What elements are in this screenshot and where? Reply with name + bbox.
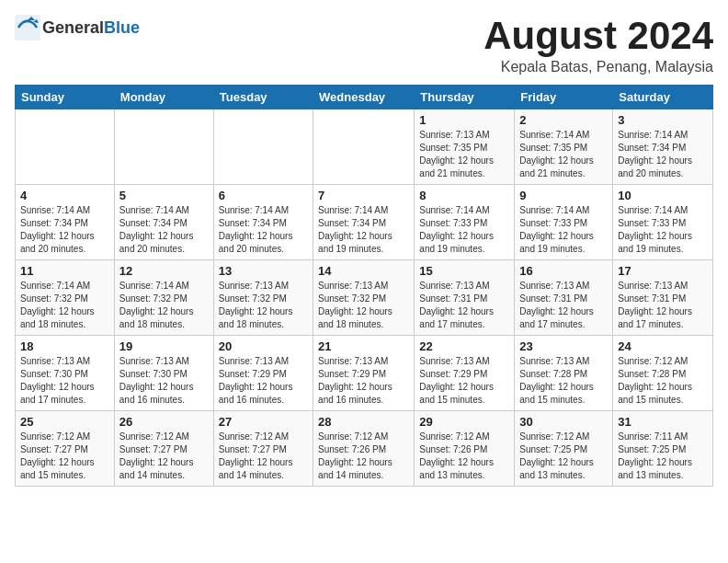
day-number: 25 <box>20 415 109 429</box>
day-number: 10 <box>618 189 708 202</box>
day-number: 3 <box>618 113 708 127</box>
day-cell: 17Sunrise: 7:13 AM Sunset: 7:31 PM Dayli… <box>613 260 713 336</box>
day-number: 22 <box>419 339 509 353</box>
day-info: Sunrise: 7:13 AM Sunset: 7:31 PM Dayligh… <box>419 280 509 331</box>
day-number: 13 <box>219 264 308 278</box>
day-cell: 3Sunrise: 7:14 AM Sunset: 7:34 PM Daylig… <box>613 109 713 185</box>
day-cell <box>213 109 313 185</box>
day-number: 14 <box>318 264 409 278</box>
day-cell: 16Sunrise: 7:13 AM Sunset: 7:31 PM Dayli… <box>515 260 613 336</box>
day-info: Sunrise: 7:14 AM Sunset: 7:34 PM Dayligh… <box>119 204 209 256</box>
week-row-1: 1Sunrise: 7:13 AM Sunset: 7:35 PM Daylig… <box>16 109 713 185</box>
day-cell: 24Sunrise: 7:12 AM Sunset: 7:28 PM Dayli… <box>613 336 713 411</box>
day-number: 24 <box>618 339 708 353</box>
day-info: Sunrise: 7:12 AM Sunset: 7:25 PM Dayligh… <box>519 431 608 482</box>
day-info: Sunrise: 7:12 AM Sunset: 7:26 PM Dayligh… <box>318 431 409 482</box>
day-info: Sunrise: 7:14 AM Sunset: 7:34 PM Dayligh… <box>219 204 308 256</box>
location-title: Kepala Batas, Penang, Malaysia <box>483 59 713 75</box>
day-number: 7 <box>318 189 409 202</box>
day-info: Sunrise: 7:13 AM Sunset: 7:32 PM Dayligh… <box>219 280 308 331</box>
day-cell: 6Sunrise: 7:14 AM Sunset: 7:34 PM Daylig… <box>213 185 313 260</box>
day-info: Sunrise: 7:14 AM Sunset: 7:33 PM Dayligh… <box>419 204 509 256</box>
day-info: Sunrise: 7:12 AM Sunset: 7:27 PM Dayligh… <box>219 431 308 482</box>
day-info: Sunrise: 7:14 AM Sunset: 7:33 PM Dayligh… <box>618 204 708 256</box>
day-cell <box>313 109 415 185</box>
day-cell: 5Sunrise: 7:14 AM Sunset: 7:34 PM Daylig… <box>114 185 213 260</box>
header-cell-saturday: Saturday <box>613 86 713 109</box>
day-info: Sunrise: 7:13 AM Sunset: 7:35 PM Dayligh… <box>419 129 509 180</box>
day-info: Sunrise: 7:13 AM Sunset: 7:29 PM Dayligh… <box>219 355 308 407</box>
day-number: 30 <box>519 415 608 429</box>
day-number: 2 <box>519 113 608 127</box>
day-info: Sunrise: 7:12 AM Sunset: 7:28 PM Dayligh… <box>618 355 708 407</box>
day-cell: 13Sunrise: 7:13 AM Sunset: 7:32 PM Dayli… <box>213 260 313 336</box>
day-info: Sunrise: 7:14 AM Sunset: 7:34 PM Dayligh… <box>618 129 708 180</box>
day-info: Sunrise: 7:12 AM Sunset: 7:27 PM Dayligh… <box>119 431 209 482</box>
day-info: Sunrise: 7:13 AM Sunset: 7:28 PM Dayligh… <box>519 355 608 407</box>
header-cell-friday: Friday <box>515 86 613 109</box>
day-cell: 31Sunrise: 7:11 AM Sunset: 7:25 PM Dayli… <box>613 411 713 487</box>
day-cell: 29Sunrise: 7:12 AM Sunset: 7:26 PM Dayli… <box>415 411 515 487</box>
day-cell: 4Sunrise: 7:14 AM Sunset: 7:34 PM Daylig… <box>16 185 115 260</box>
day-info: Sunrise: 7:12 AM Sunset: 7:26 PM Dayligh… <box>419 431 509 482</box>
day-cell: 30Sunrise: 7:12 AM Sunset: 7:25 PM Dayli… <box>515 411 613 487</box>
day-info: Sunrise: 7:13 AM Sunset: 7:30 PM Dayligh… <box>20 355 109 407</box>
day-info: Sunrise: 7:13 AM Sunset: 7:29 PM Dayligh… <box>419 355 509 407</box>
day-cell: 10Sunrise: 7:14 AM Sunset: 7:33 PM Dayli… <box>613 185 713 260</box>
day-number: 11 <box>20 264 109 278</box>
day-info: Sunrise: 7:14 AM Sunset: 7:34 PM Dayligh… <box>318 204 409 256</box>
week-row-5: 25Sunrise: 7:12 AM Sunset: 7:27 PM Dayli… <box>16 411 713 487</box>
week-row-3: 11Sunrise: 7:14 AM Sunset: 7:32 PM Dayli… <box>16 260 713 336</box>
day-info: Sunrise: 7:14 AM Sunset: 7:35 PM Dayligh… <box>519 129 608 180</box>
day-cell: 22Sunrise: 7:13 AM Sunset: 7:29 PM Dayli… <box>415 336 515 411</box>
day-cell: 14Sunrise: 7:13 AM Sunset: 7:32 PM Dayli… <box>313 260 415 336</box>
day-cell: 25Sunrise: 7:12 AM Sunset: 7:27 PM Dayli… <box>16 411 115 487</box>
logo-text: GeneralBlue <box>42 18 140 38</box>
day-cell: 15Sunrise: 7:13 AM Sunset: 7:31 PM Dayli… <box>415 260 515 336</box>
day-number: 5 <box>119 189 209 202</box>
day-info: Sunrise: 7:11 AM Sunset: 7:25 PM Dayligh… <box>618 431 708 482</box>
header-cell-wednesday: Wednesday <box>313 86 415 109</box>
day-number: 29 <box>419 415 509 429</box>
day-info: Sunrise: 7:14 AM Sunset: 7:34 PM Dayligh… <box>20 204 109 256</box>
day-cell: 26Sunrise: 7:12 AM Sunset: 7:27 PM Dayli… <box>114 411 213 487</box>
day-cell: 9Sunrise: 7:14 AM Sunset: 7:33 PM Daylig… <box>515 185 613 260</box>
day-cell: 12Sunrise: 7:14 AM Sunset: 7:32 PM Dayli… <box>114 260 213 336</box>
day-cell: 21Sunrise: 7:13 AM Sunset: 7:29 PM Dayli… <box>313 336 415 411</box>
day-number: 28 <box>318 415 409 429</box>
day-info: Sunrise: 7:14 AM Sunset: 7:33 PM Dayligh… <box>519 204 608 256</box>
day-number: 21 <box>318 339 409 353</box>
day-number: 31 <box>618 415 708 429</box>
day-info: Sunrise: 7:13 AM Sunset: 7:31 PM Dayligh… <box>519 280 608 331</box>
header-row: SundayMondayTuesdayWednesdayThursdayFrid… <box>16 86 713 109</box>
header-cell-tuesday: Tuesday <box>213 86 313 109</box>
day-info: Sunrise: 7:13 AM Sunset: 7:32 PM Dayligh… <box>318 280 409 331</box>
day-number: 4 <box>20 189 109 202</box>
day-number: 15 <box>419 264 509 278</box>
calendar-body: 1Sunrise: 7:13 AM Sunset: 7:35 PM Daylig… <box>16 109 713 487</box>
day-info: Sunrise: 7:14 AM Sunset: 7:32 PM Dayligh… <box>119 280 209 331</box>
day-cell: 19Sunrise: 7:13 AM Sunset: 7:30 PM Dayli… <box>114 336 213 411</box>
day-cell: 23Sunrise: 7:13 AM Sunset: 7:28 PM Dayli… <box>515 336 613 411</box>
week-row-4: 18Sunrise: 7:13 AM Sunset: 7:30 PM Dayli… <box>16 336 713 411</box>
logo: GeneralBlue <box>15 15 140 40</box>
day-number: 6 <box>219 189 308 202</box>
day-number: 26 <box>119 415 209 429</box>
header: GeneralBlue August 2024 Kepala Batas, Pe… <box>15 15 713 75</box>
day-number: 18 <box>20 339 109 353</box>
title-area: August 2024 Kepala Batas, Penang, Malays… <box>483 15 713 75</box>
day-number: 12 <box>119 264 209 278</box>
day-number: 1 <box>419 113 509 127</box>
logo-blue: Blue <box>104 18 140 37</box>
day-cell: 18Sunrise: 7:13 AM Sunset: 7:30 PM Dayli… <box>16 336 115 411</box>
day-cell: 7Sunrise: 7:14 AM Sunset: 7:34 PM Daylig… <box>313 185 415 260</box>
header-cell-monday: Monday <box>114 86 213 109</box>
day-number: 19 <box>119 339 209 353</box>
day-number: 20 <box>219 339 308 353</box>
day-info: Sunrise: 7:12 AM Sunset: 7:27 PM Dayligh… <box>20 431 109 482</box>
day-cell: 11Sunrise: 7:14 AM Sunset: 7:32 PM Dayli… <box>16 260 115 336</box>
day-number: 23 <box>519 339 608 353</box>
day-cell: 8Sunrise: 7:14 AM Sunset: 7:33 PM Daylig… <box>415 185 515 260</box>
calendar-header: SundayMondayTuesdayWednesdayThursdayFrid… <box>16 86 713 109</box>
day-cell <box>114 109 213 185</box>
